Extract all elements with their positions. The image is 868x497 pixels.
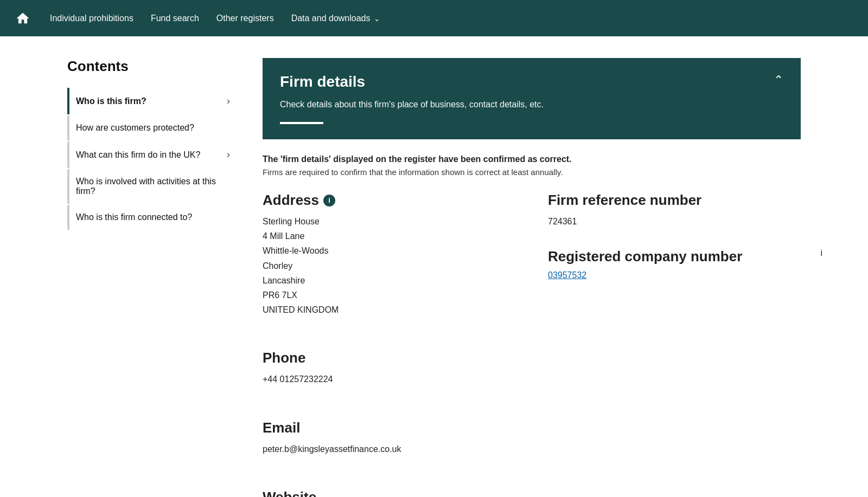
nav-data-downloads-dropdown[interactable]: Data and downloads ⌄ — [291, 14, 380, 23]
website-row-right — [548, 489, 801, 497]
firm-details-box: Firm details Check details about this fi… — [263, 58, 801, 139]
sidebar-item-label: What can this firm do in the UK? — [76, 150, 200, 160]
address-title: Address i — [263, 192, 515, 209]
address-info-icon[interactable]: i — [323, 195, 335, 206]
website-title: Website — [263, 489, 515, 497]
website-section: Website www.kingsleyassetfinance.co.uk — [263, 489, 515, 497]
collapse-icon[interactable]: ⌃ — [774, 73, 783, 87]
nav-individual-prohibitions[interactable]: Individual prohibitions — [50, 14, 133, 23]
nav-fund-search[interactable]: Fund search — [151, 14, 199, 23]
confirmed-notice: The 'firm details' displayed on the regi… — [263, 154, 801, 177]
phone-row-right — [548, 350, 801, 397]
firm-details-description: Check details about this firm's place of… — [280, 98, 660, 111]
main-content: Firm details Check details about this fi… — [263, 58, 801, 497]
sidebar-item-what-can-firm-do[interactable]: What can this firm do in the UK? › — [67, 141, 230, 168]
page-container: Contents Who is this firm? › How are cus… — [54, 36, 814, 497]
details-grid: Address i Sterling House 4 Mill Lane Whi… — [263, 192, 801, 497]
address-value: Sterling House 4 Mill Lane Whittle-le-Wo… — [263, 214, 515, 317]
firm-details-title: Firm details — [280, 73, 783, 91]
sidebar-item-label: Who is this firm connected to? — [76, 212, 192, 222]
email-row-right — [548, 419, 801, 467]
email-title: Email — [263, 419, 515, 436]
sidebar-item-who-is-firm[interactable]: Who is this firm? › — [67, 88, 230, 114]
firm-details-underline — [280, 122, 323, 124]
chevron-right-icon: › — [227, 95, 230, 107]
sidebar-item-who-is-involved[interactable]: Who is involved with activities at this … — [67, 169, 230, 204]
registered-company-link[interactable]: 03957532 — [548, 270, 586, 280]
home-icon[interactable] — [13, 9, 33, 28]
firm-reference-value: 724361 — [548, 214, 801, 229]
nav-other-registers[interactable]: Other registers — [216, 14, 274, 23]
chevron-right-icon: › — [227, 149, 230, 160]
sidebar-title: Contents — [67, 58, 230, 75]
phone-section: Phone +44 01257232224 — [263, 350, 515, 386]
sidebar-item-label: Who is involved with activities at this … — [76, 177, 230, 196]
sidebar-item-connected-to[interactable]: Who is this firm connected to? — [67, 205, 230, 230]
nav-data-downloads-label: Data and downloads — [291, 14, 371, 23]
firm-reference-section: Firm reference number 724361 Registered … — [548, 192, 801, 317]
phone-title: Phone — [263, 350, 515, 366]
sidebar: Contents Who is this firm? › How are cus… — [67, 58, 230, 497]
address-section: Address i Sterling House 4 Mill Lane Whi… — [263, 192, 515, 317]
chevron-down-icon: ⌄ — [374, 14, 380, 23]
sidebar-item-customers-protected[interactable]: How are customers protected? — [67, 115, 230, 140]
registered-company-info-icon[interactable]: i — [820, 248, 822, 258]
confirmed-body: Firms are required to confirm that the i… — [263, 167, 801, 177]
registered-company-title: Registered company number — [548, 248, 801, 265]
email-section: Email peter.b@kingsleyassetfinance.co.uk — [263, 419, 515, 456]
sidebar-item-label: How are customers protected? — [76, 123, 194, 133]
email-value: peter.b@kingsleyassetfinance.co.uk — [263, 442, 515, 456]
confirmed-bold: The 'firm details' displayed on the regi… — [263, 154, 801, 164]
sidebar-item-label: Who is this firm? — [76, 96, 146, 106]
main-nav: Individual prohibitions Fund search Othe… — [0, 0, 868, 36]
phone-value: +44 01257232224 — [263, 372, 515, 386]
firm-reference-title: Firm reference number — [548, 192, 801, 209]
